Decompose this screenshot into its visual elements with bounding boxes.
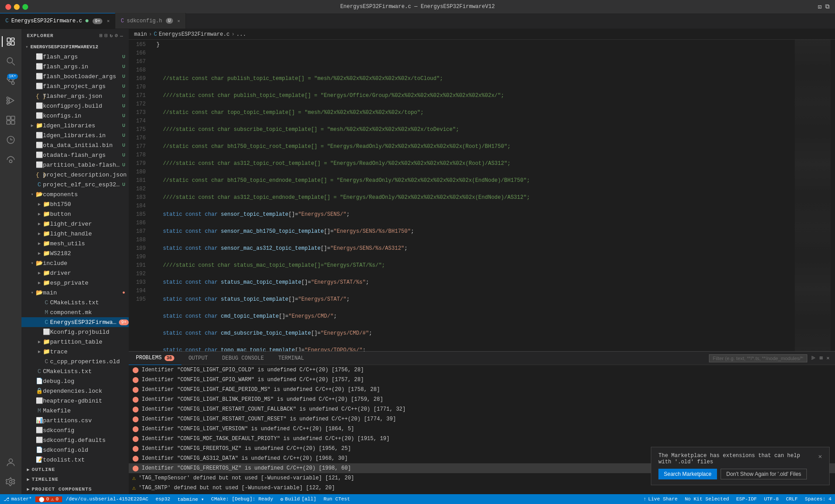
tab-firmware-c[interactable]: C EnergysESP32Firmware.c ● 9+ ✕ (0, 13, 115, 29)
activity-remote[interactable] (2, 151, 20, 168)
tree-item-sdkconfig-old[interactable]: 📄 sdkconfig.old (21, 445, 129, 455)
status-live-share[interactable]: ↑ Live Share (640, 496, 681, 502)
status-git-branch[interactable]: ⎇ master* (0, 496, 35, 502)
tree-item-otadata[interactable]: ⬜ otadata-flash_args U (21, 150, 129, 160)
new-file-icon[interactable]: ⊞ (99, 33, 103, 38)
tab-output[interactable]: OUTPUT (181, 352, 215, 365)
tree-item-flasher-json[interactable]: { } flasher_args.json U (21, 91, 129, 101)
project-components-section-header[interactable]: ▶ PROJECT COMPONENTS (21, 484, 129, 494)
tree-item-debug-log[interactable]: 📄 debug.log (21, 376, 129, 386)
breadcrumb-main[interactable]: main (134, 31, 147, 38)
minimize-button[interactable] (14, 4, 20, 10)
outline-section-header[interactable]: ▶ OUTLINE (21, 465, 129, 475)
problem-item[interactable]: ⬤ Identifier "CONFIG_LIGHT_VERSION" is u… (129, 424, 835, 434)
status-language[interactable]: ESP-IDF (733, 496, 760, 502)
activity-idf[interactable] (2, 131, 20, 149)
problem-item[interactable]: ⬤ Identifier "CONFIG_LIGHT_GPIO_COLD" is… (129, 365, 835, 375)
tree-item-flash-project[interactable]: ⬜ flash_project_args U (21, 81, 129, 91)
tree-item-makefile[interactable]: M Makefile (21, 406, 129, 416)
layout-icon[interactable]: ⊡ (818, 3, 822, 11)
problem-item[interactable]: ⬤ Identifier "CONFIG_MDF_TASK_DEFAULT_PR… (129, 434, 835, 444)
collapse-icon[interactable]: ⊘ (115, 33, 118, 38)
activity-source-control[interactable]: 1K+ (2, 72, 20, 90)
tree-item-mesh-utils[interactable]: ▶ 📁 mesh_utils (21, 239, 129, 248)
tab-sdkconfig[interactable]: C sdkconfig.h U ✕ (115, 13, 186, 29)
tree-item-sdkconfig-defaults[interactable]: ⬜ sdkconfig.defaults (21, 435, 129, 445)
tab-terminal[interactable]: TERMINAL (271, 352, 311, 365)
search-marketplace-button[interactable]: Search Marketplace (658, 469, 717, 479)
status-run-test[interactable]: Run CTest (320, 496, 354, 502)
problem-item[interactable]: ⬤ Identifier "CONFIG_LIGHT_GPIO_WARM" is… (129, 375, 835, 385)
tree-item-proj-elf[interactable]: C project_elf_src_esp32.c U (21, 180, 129, 189)
activity-run[interactable] (2, 92, 20, 109)
tree-folder-include[interactable]: ▾ 📂 include (21, 258, 129, 268)
tree-item-kconfig-proj[interactable]: ⬜ Kconfig.projbuild (21, 327, 129, 337)
tree-item-flash-bootloader[interactable]: ⬜ flash_bootloader_args U (21, 71, 129, 81)
status-spaces[interactable]: Spaces: 4 (801, 496, 835, 502)
tree-item-esp-private[interactable]: ▶ 📁 esp_private (21, 278, 129, 288)
filter-icon[interactable]: ⫸ (811, 355, 816, 361)
status-build[interactable]: ⚙ Build [all] (277, 496, 320, 502)
tree-item-partition-table[interactable]: ▶ 📁 partition_table (21, 337, 129, 347)
breadcrumb-ellipsis[interactable]: ... (236, 31, 246, 38)
tree-item-cpp-old[interactable]: C c_cpp_properties.old (21, 357, 129, 366)
status-line-ending[interactable]: CRLF (782, 496, 801, 502)
tree-item-sdkconfig[interactable]: ⬜ sdkconfig (21, 425, 129, 435)
tab-close-sdk-icon[interactable]: ✕ (177, 18, 180, 24)
tree-item-ws2182[interactable]: ▶ 📁 WS2182 (21, 248, 129, 258)
tree-item-todolist[interactable]: 📝 todolist.txt (21, 455, 129, 465)
problem-item[interactable]: ⬤ Identifier "CONFIG_LIGHT_BLINK_PERIOD_… (129, 395, 835, 404)
status-cmake[interactable]: CMake: [Debug]: Ready (207, 496, 277, 502)
tree-item-heaptrace[interactable]: ⬜ heaptrace-gdbinit (21, 396, 129, 406)
tree-folder-main[interactable]: ▾ 📂 main ● (21, 288, 129, 298)
tree-item-trace[interactable]: ▶ 📁 trace (21, 347, 129, 357)
tree-item-kconfigs[interactable]: ⬜ kconfigs.in U (21, 111, 129, 121)
tree-item-kconfigproj[interactable]: ⬜ kconfigproj.build U (21, 101, 129, 111)
problems-filter-input[interactable] (709, 354, 807, 362)
status-chip[interactable]: esp32 (152, 496, 174, 502)
more-icon[interactable]: … (120, 33, 123, 38)
tree-item-partitions-csv[interactable]: 📊 partitions.csv (21, 416, 129, 425)
tree-item-cmake-root[interactable]: C CMakeLists.txt (21, 366, 129, 376)
problem-item[interactable]: ⬤ Identifier "CONFIG_LIGHT_FADE_PERIOD_M… (129, 385, 835, 395)
status-encoding[interactable]: UTF-8 (760, 496, 782, 502)
tree-item-ota[interactable]: ⬜ ota_data_initial.bin U (21, 140, 129, 150)
tree-item-driver[interactable]: ▶ 📁 driver (21, 268, 129, 278)
notification-close-icon[interactable]: ✕ (818, 453, 822, 460)
timeline-section-header[interactable]: ▶ TIMELINE (21, 475, 129, 484)
tree-item-ldgen-in[interactable]: ⬜ ldgen_libraries.in U (21, 130, 129, 140)
tree-item-ldgen-lib[interactable]: ▶ 📁 ldgen_libraries U (21, 121, 129, 130)
activity-explorer[interactable] (2, 33, 20, 50)
tree-folder-components[interactable]: ▾ 📂 components (21, 189, 129, 199)
activity-account[interactable] (2, 453, 20, 471)
editor-scrollbar[interactable] (831, 40, 835, 351)
code-editor[interactable]: } //static const char publish_topic_temp… (151, 40, 795, 351)
activity-search[interactable] (2, 52, 20, 70)
close-button[interactable] (5, 4, 11, 10)
problem-item[interactable]: ⬤ Identifier "CONFIG_LIGHT_RESTART_COUNT… (129, 414, 835, 424)
split-icon[interactable]: ⧉ (825, 3, 830, 11)
tree-item-bh1750[interactable]: ▶ 📁 bh1750 (21, 199, 129, 209)
dont-show-button[interactable]: Don't Show Again for '.old' Files (721, 469, 807, 479)
status-port[interactable]: /dev/cu.usbserial-4152E22DAC (62, 496, 152, 502)
status-tabname[interactable]: tabmine ▾ (174, 496, 207, 502)
new-folder-icon[interactable]: ⊟ (105, 33, 108, 38)
tree-item-component-mk[interactable]: M component.mk (21, 307, 129, 317)
maximize-button[interactable] (22, 4, 28, 10)
tree-item-flash-args-in[interactable]: ⬜ flash_args.in U (21, 62, 129, 71)
tab-problems[interactable]: PROBLEMS 36 (129, 352, 181, 365)
breadcrumb-file[interactable]: EnergysESP32Firmware.c (159, 31, 229, 38)
tab-debug-console[interactable]: DEBUG CONSOLE (215, 352, 271, 365)
tab-close-icon[interactable]: ✕ (107, 18, 110, 24)
tree-item-flash-args[interactable]: ⬜ flash_args U (21, 52, 129, 62)
project-root[interactable]: ▾ ENERGYSESP32FIRMWAREV12 (21, 42, 129, 52)
panel-expand-icon[interactable]: ⊠ (820, 355, 823, 361)
activity-extensions[interactable] (2, 111, 20, 129)
refresh-icon[interactable]: ↻ (110, 33, 113, 38)
tree-item-cmake-main[interactable]: C CMakeLists.txt (21, 298, 129, 307)
tree-item-light-handle[interactable]: ▶ 📁 light_handle (21, 229, 129, 239)
tree-item-firmware-active[interactable]: C EnergysESP32Firmware.c 9+ (21, 317, 129, 327)
tree-item-dep-lock[interactable]: 🔒 dependencies.lock (21, 386, 129, 396)
tree-item-button[interactable]: ▶ 📁 button (21, 209, 129, 219)
activity-settings[interactable] (2, 473, 20, 491)
